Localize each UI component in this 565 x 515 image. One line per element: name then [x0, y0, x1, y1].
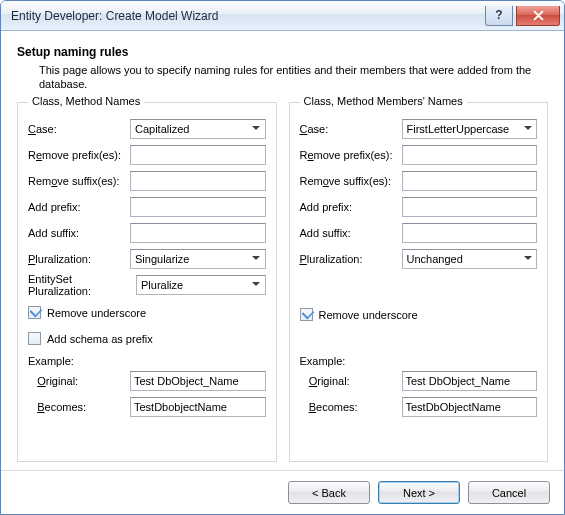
chevron-down-icon — [519, 120, 536, 138]
remove-underscore-checkbox[interactable]: Remove underscore — [300, 305, 538, 325]
pluralization-select[interactable]: Singularize — [130, 249, 266, 269]
remove-underscore-checkbox[interactable]: Remove underscore — [28, 303, 266, 323]
remove-prefix-input[interactable] — [130, 145, 266, 165]
add-suffix-label: Add suffix: — [28, 227, 130, 239]
group-legend: Class, Method Members' Names — [300, 95, 467, 107]
case-select[interactable]: FirstLetterUppercase — [402, 119, 538, 139]
chevron-down-icon — [248, 250, 265, 268]
cancel-button[interactable]: Cancel — [468, 481, 550, 504]
case-label: Case: — [300, 123, 402, 135]
becomes-label: Becomes: — [28, 401, 130, 413]
window-title: Entity Developer: Create Model Wizard — [11, 9, 485, 23]
case-select[interactable]: Capitalized — [130, 119, 266, 139]
help-button[interactable]: ? — [485, 6, 513, 26]
example-label: Example: — [300, 355, 538, 367]
wizard-footer: < Back Next > Cancel — [1, 470, 564, 514]
pluralization-select[interactable]: Unchanged — [402, 249, 538, 269]
titlebar: Entity Developer: Create Model Wizard ? — [1, 1, 564, 31]
content-area: Setup naming rules This page allows you … — [1, 31, 564, 470]
add-prefix-input[interactable] — [402, 197, 538, 217]
close-button[interactable] — [516, 6, 560, 26]
check-icon — [300, 308, 313, 321]
add-prefix-input[interactable] — [130, 197, 266, 217]
add-schema-prefix-checkbox[interactable]: Add schema as prefix — [28, 329, 266, 349]
columns: Class, Method Names Case: Capitalized Re… — [17, 102, 548, 462]
add-suffix-label: Add suffix: — [300, 227, 402, 239]
pluralization-label: Pluralization: — [300, 253, 402, 265]
remove-suffix-input[interactable] — [402, 171, 538, 191]
page-header: Setup naming rules This page allows you … — [17, 45, 548, 102]
check-icon — [28, 332, 41, 345]
wizard-dialog: Entity Developer: Create Model Wizard ? … — [0, 0, 565, 515]
class-method-names-group: Class, Method Names Case: Capitalized Re… — [17, 102, 277, 462]
remove-suffix-input[interactable] — [130, 171, 266, 191]
original-label: Original: — [300, 375, 402, 387]
example-becomes-output — [402, 397, 538, 417]
remove-prefix-input[interactable] — [402, 145, 538, 165]
next-button[interactable]: Next > — [378, 481, 460, 504]
example-label: Example: — [28, 355, 266, 367]
chevron-down-icon — [519, 250, 536, 268]
chevron-down-icon — [248, 276, 265, 294]
remove-prefix-label: Remove prefix(es): — [300, 149, 402, 161]
case-label: Case: — [28, 123, 130, 135]
becomes-label: Becomes: — [300, 401, 402, 413]
pluralization-label: Pluralization: — [28, 253, 130, 265]
close-icon — [533, 10, 544, 21]
group-legend: Class, Method Names — [28, 95, 144, 107]
entityset-plural-select[interactable]: Pluralize — [136, 275, 266, 295]
entityset-plural-label: EntitySet Pluralization: — [28, 273, 136, 297]
check-icon — [28, 306, 41, 319]
remove-suffix-label: Remove suffix(es): — [300, 175, 402, 187]
add-prefix-label: Add prefix: — [28, 201, 130, 213]
example-original-input[interactable] — [402, 371, 538, 391]
original-label: Original: — [28, 375, 130, 387]
add-suffix-input[interactable] — [402, 223, 538, 243]
example-becomes-output — [130, 397, 266, 417]
window-controls: ? — [485, 6, 560, 26]
remove-suffix-label: Remove suffix(es): — [28, 175, 130, 187]
add-suffix-input[interactable] — [130, 223, 266, 243]
class-method-members-group: Class, Method Members' Names Case: First… — [289, 102, 549, 462]
add-prefix-label: Add prefix: — [300, 201, 402, 213]
example-original-input[interactable] — [130, 371, 266, 391]
back-button[interactable]: < Back — [288, 481, 370, 504]
chevron-down-icon — [248, 120, 265, 138]
page-description: This page allows you to specify naming r… — [39, 63, 548, 92]
page-title: Setup naming rules — [17, 45, 548, 59]
remove-prefix-label: Remove prefix(es): — [28, 149, 130, 161]
